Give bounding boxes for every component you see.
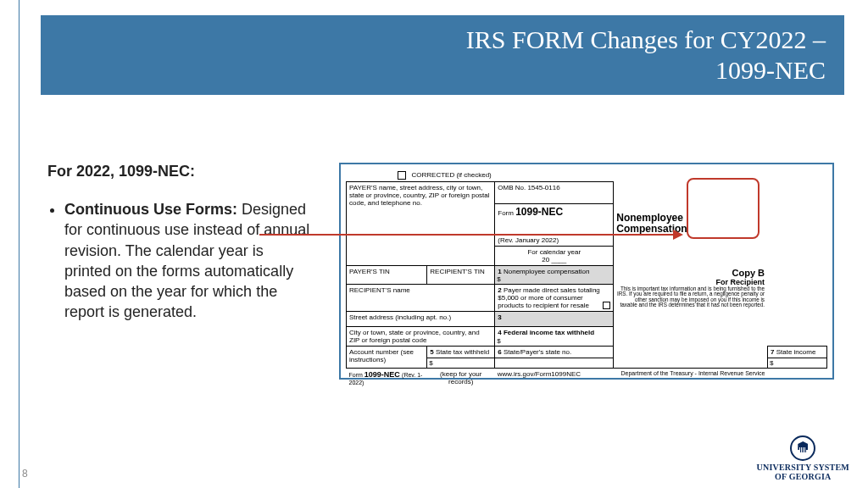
body-heading: For 2022, 1099-NEC:	[47, 163, 310, 180]
footer-line-2: OF GEORGIA	[757, 472, 849, 481]
box-5: 5 State tax withheld	[427, 347, 495, 358]
for-recipient-label: For Recipient	[616, 278, 765, 286]
corrected-checkbox-icon	[398, 171, 406, 180]
payer-name-block: PAYER'S name, street address, city or to…	[347, 182, 495, 235]
callout-arrow	[259, 234, 682, 236]
box-2: 2 Payer made direct sales totaling $5,00…	[495, 285, 614, 312]
corrected-label: CORRECTED (if checked)	[347, 169, 495, 182]
box-2-checkbox-icon	[603, 302, 610, 309]
bullet-text: Designed for continuous use instead of a…	[64, 201, 309, 320]
copy-b-label: Copy B	[616, 268, 765, 278]
box-6-value	[495, 358, 614, 369]
title-line-1: IRS FORM Changes for CY2022 –	[466, 25, 826, 55]
account-label: Account number (see instructions)	[347, 347, 427, 369]
omb-number: OMB No. 1545-0116	[495, 182, 614, 204]
box-1: 1 Nonemployee compensation$	[495, 266, 614, 285]
bullet-title: Continuous Use Forms:	[64, 201, 237, 218]
footer-form-id: Form 1099-NEC (Rev. 1-2022)	[347, 369, 427, 389]
payer-tin-label: PAYER'S TIN	[347, 266, 427, 285]
body-text: For 2022, 1099-NEC: Continuous Use Forms…	[47, 163, 310, 323]
recipient-tin-label: RECIPIENT'S TIN	[427, 266, 495, 285]
city-label: City or town, state or province, country…	[347, 327, 495, 347]
revision-date: (Rev. January 2022)	[495, 235, 614, 247]
footer-logo: UNIVERSITY SYSTEM OF GEORGIA	[757, 435, 849, 481]
calendar-year-box: For calendar year 20 ____	[495, 247, 614, 266]
form-1099-nec-image: CORRECTED (if checked) PAYER'S name, str…	[339, 163, 834, 380]
bullet-item: Continuous Use Forms: Designed for conti…	[64, 199, 310, 323]
form-label: Form 1099-NEC	[495, 204, 614, 235]
box-5-amount: $	[427, 358, 495, 369]
footer-dept: Department of the Treasury - Internal Re…	[614, 369, 768, 389]
recipient-name-label: RECIPIENT'S name	[347, 285, 495, 312]
left-rule	[19, 0, 19, 488]
title-line-2: 1099-NEC	[715, 55, 826, 86]
box-7-amount: $	[768, 358, 827, 369]
street-label: Street address (including apt. no.)	[347, 312, 495, 327]
box-7: 7 State income	[768, 347, 827, 358]
slide-number: 8	[22, 468, 28, 480]
footer-url: www.irs.gov/Form1099NEC	[495, 369, 614, 389]
form-type-title: Nonemployee Compensation	[616, 213, 765, 235]
box-3: 3	[495, 312, 614, 327]
fine-print: This is important tax information and is…	[616, 286, 765, 308]
footer-keep: (keep for your records)	[427, 369, 495, 389]
footer-line-1: UNIVERSITY SYSTEM	[757, 463, 849, 472]
box-4: 4 Federal income tax withheld$	[495, 327, 614, 347]
slide-title-bar: IRS FORM Changes for CY2022 – 1099-NEC	[41, 15, 844, 95]
usg-seal-icon	[790, 435, 815, 461]
box-6: 6 State/Payer's state no.	[495, 347, 614, 358]
